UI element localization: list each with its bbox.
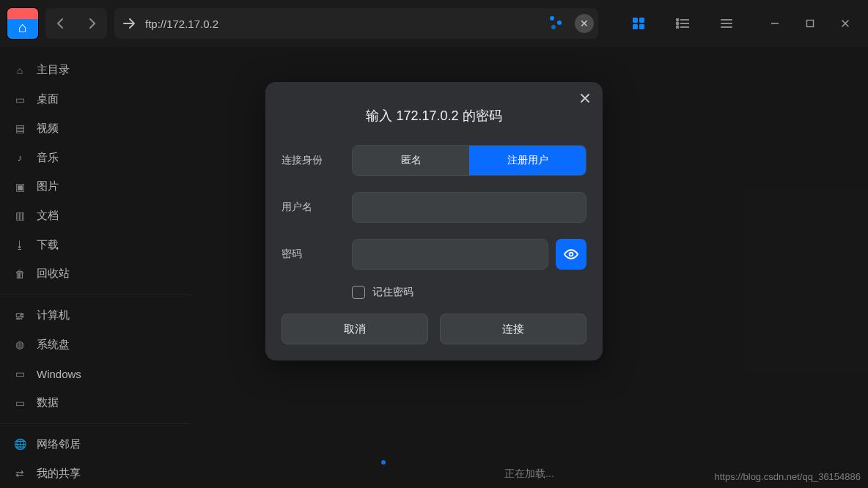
address-input[interactable] [145, 18, 540, 30]
svg-point-6 [677, 23, 679, 25]
modal-overlay: 输入 172.17.0.2 的密码 连接身份 匿名 注册用户 用户名 密码 记住… [0, 47, 868, 488]
username-label: 用户名 [282, 201, 352, 214]
address-bar: ✕ [114, 8, 598, 39]
svg-rect-1 [639, 18, 644, 23]
window-maximize-button[interactable] [795, 8, 825, 39]
address-clear-button[interactable]: ✕ [575, 14, 594, 33]
identity-field: 连接身份 匿名 注册用户 [282, 145, 586, 176]
svg-rect-0 [633, 18, 638, 23]
view-switcher [623, 8, 742, 39]
username-input[interactable] [352, 192, 586, 223]
loading-spinner-icon [548, 16, 563, 31]
password-label: 密码 [282, 248, 352, 261]
svg-rect-3 [639, 24, 644, 29]
window-close-button[interactable] [830, 8, 861, 39]
identity-label: 连接身份 [282, 154, 352, 167]
window-minimize-button[interactable] [760, 8, 790, 39]
remember-password-label: 记住密码 [372, 286, 413, 299]
nav-group [45, 8, 107, 39]
auth-modal: 输入 172.17.0.2 的密码 连接身份 匿名 注册用户 用户名 密码 记住… [265, 82, 603, 361]
svg-rect-14 [807, 21, 814, 27]
password-field: 密码 [282, 239, 586, 270]
menu-button[interactable] [711, 8, 742, 39]
identity-segment: 匿名 注册用户 [352, 145, 586, 176]
modal-title: 输入 172.17.0.2 的密码 [282, 107, 586, 125]
svg-point-15 [570, 253, 573, 256]
checkbox-icon [352, 286, 365, 299]
modal-close-button[interactable] [579, 92, 591, 104]
go-icon[interactable] [123, 18, 136, 29]
titlebar: ⌂ ✕ [0, 0, 868, 47]
remember-password-checkbox[interactable]: 记住密码 [352, 286, 586, 299]
view-grid-button[interactable] [623, 8, 654, 39]
cancel-button[interactable]: 取消 [282, 314, 428, 344]
toggle-password-visibility-button[interactable] [556, 239, 586, 270]
watermark: https://blog.csdn.net/qq_36154886 [715, 471, 861, 482]
modal-button-row: 取消 连接 [282, 314, 586, 344]
identity-registered-option[interactable]: 注册用户 [469, 146, 586, 175]
view-list-button[interactable] [667, 8, 698, 39]
svg-point-4 [677, 19, 679, 21]
svg-rect-2 [633, 24, 638, 29]
svg-point-8 [677, 26, 679, 29]
app-icon: ⌂ [7, 8, 38, 39]
password-input[interactable] [352, 239, 548, 270]
window-controls [760, 8, 861, 39]
connect-button[interactable]: 连接 [440, 314, 586, 344]
username-field: 用户名 [282, 192, 586, 223]
identity-anonymous-option[interactable]: 匿名 [353, 146, 469, 175]
nav-back-button[interactable] [45, 8, 76, 39]
nav-forward-button[interactable] [76, 8, 107, 39]
